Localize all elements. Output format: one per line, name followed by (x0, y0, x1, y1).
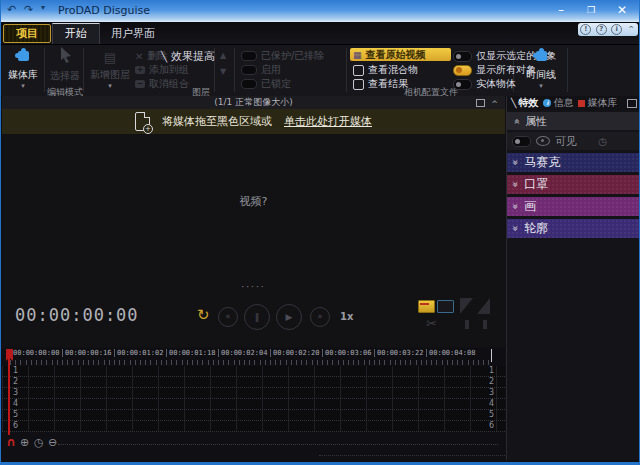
media-library-button[interactable]: 媒体库 ▾ (3, 47, 43, 90)
track-row[interactable]: 2 2 (2, 377, 505, 388)
track-row[interactable]: 6 6 (2, 421, 505, 432)
window-title: ProDAD Disguise (58, 4, 150, 17)
undo-icon[interactable]: ↶ (7, 3, 16, 16)
track-number: 4 (489, 399, 494, 409)
drop-media-bar[interactable]: 将媒体拖至黑色区域或 单击此处打开媒体 (2, 109, 505, 134)
view-original-button[interactable]: ▦ 查看原始视频 (350, 48, 451, 61)
chevron-down-icon: » (510, 203, 521, 209)
time-zoom-icon[interactable]: ◷ (34, 436, 44, 449)
pencil-icon: ╲ (161, 51, 167, 62)
checkbox-icon (353, 79, 364, 90)
panel-tab-info[interactable]: i 信息 (543, 96, 573, 110)
split-clip-icon[interactable]: ✂ (426, 316, 437, 331)
video-placeholder-text: 视频? (2, 194, 505, 209)
playback-speed-label[interactable]: 1x (340, 311, 353, 322)
protected-checkbox[interactable]: 已保护/已排除 (241, 49, 324, 63)
tab-home-active[interactable]: 开始 (52, 23, 100, 44)
play-button[interactable]: ▶ (276, 304, 302, 330)
clip-in-marker-icon[interactable] (418, 300, 435, 313)
timeline-button[interactable]: 时间线 ▾ (517, 47, 565, 90)
app-window: ↶ ↷ ▾ ProDAD Disguise – ❒ ✕ 项目 开始 用户界面 !… (0, 0, 640, 465)
puzzle-icon (534, 48, 549, 62)
panel-tab-media[interactable]: 媒体库 (578, 96, 617, 110)
visible-toggle[interactable] (512, 136, 531, 147)
add-to-group-button[interactable]: + 添加到组 (135, 63, 189, 77)
track-row[interactable]: 3 3 (2, 388, 505, 399)
snap-magnet-icon[interactable]: ∩ (6, 435, 16, 449)
add-layer-button[interactable]: ▤ 新增图层 ▾ (86, 47, 134, 90)
info-icon: i (543, 99, 551, 107)
open-media-link[interactable]: 单击此处打开媒体 (284, 114, 372, 129)
chevron-down-icon: » (510, 181, 521, 187)
collapse-ribbon-icon[interactable]: ^ (627, 25, 636, 34)
ribbon-utility-icons: ! ? i ^ (578, 23, 638, 36)
properties-header[interactable]: » 属性 (507, 112, 640, 130)
selector-button[interactable]: 选择器 (46, 47, 84, 83)
effect-boost-label: 效果提高 (171, 49, 215, 64)
next-frame-button[interactable]: » (310, 307, 330, 327)
quick-access-caret-icon[interactable]: ▾ (41, 3, 45, 12)
section-label: 马赛克 (524, 154, 560, 171)
view-blend-label: 查看混合物 (368, 63, 418, 77)
solid-objects-label: 实体物体 (476, 77, 516, 91)
trim-left-icon[interactable] (460, 298, 473, 314)
track-row[interactable]: 4 4 (2, 399, 505, 410)
minimize-button[interactable]: – (546, 2, 576, 18)
detach-window-icon[interactable] (476, 99, 485, 107)
previous-frame-button[interactable]: « (218, 307, 238, 327)
ribbon: 媒体库 ▾ 选择器 编辑模式 ▤ 新增图层 ▾ ✕ 删除 + 添加到组 − 取消… (1, 44, 640, 97)
section-outline[interactable]: » 轮廓 (507, 219, 640, 238)
selector-label: 选择器 (46, 69, 84, 83)
section-mosaic[interactable]: » 马赛克 (507, 153, 640, 172)
enabled-checkbox[interactable]: 启用 (241, 63, 281, 77)
keyframe-clock-icon[interactable]: ◷ (598, 136, 607, 147)
effects-tab-label: 特效 (518, 96, 538, 110)
redo-icon[interactable]: ↷ (24, 3, 33, 16)
timeline-tracks[interactable]: 1 1 2 2 3 3 4 4 5 5 6 6 (2, 366, 505, 432)
pin-icon[interactable]: ! (580, 24, 591, 35)
locked-checkbox[interactable]: 已锁定 (241, 77, 291, 91)
playhead-line[interactable] (8, 349, 10, 435)
move-down-icon[interactable]: ▼ (220, 67, 226, 76)
detach-panel-icon[interactable] (627, 99, 637, 108)
divider-dots[interactable]: ····· (2, 282, 505, 292)
tab-user-interface[interactable]: 用户界面 (101, 25, 165, 42)
track-number: 3 (489, 388, 494, 398)
ruler-tick: 00:00:02:04 (218, 349, 270, 357)
track-row[interactable]: 1 1 (2, 366, 505, 377)
close-button[interactable]: ✕ (607, 2, 637, 18)
pause-button[interactable]: ‖ (244, 304, 270, 330)
loop-playback-icon[interactable]: ↺ (197, 306, 210, 324)
panel-tab-effects[interactable]: ╲ 特效 (511, 96, 538, 110)
zoom-in-icon[interactable]: ⊕ (20, 436, 29, 449)
track-number: 4 (13, 399, 18, 409)
view-blend-checkbox[interactable]: 查看混合物 (353, 63, 418, 77)
timeline-ruler[interactable]: 00:00:00:00 00:00:00:16 00:00:01:02 00:0… (2, 348, 505, 366)
effect-boost-button[interactable]: ╲ 效果提高 (161, 49, 215, 64)
group-separator (234, 48, 235, 92)
timecode-display: 00:00:00:00 (15, 305, 139, 325)
clip-out-marker-icon[interactable] (437, 300, 454, 313)
help-icon[interactable]: ? (596, 24, 607, 35)
add-layer-label: 新增图层 (86, 68, 134, 82)
track-number: 5 (13, 410, 18, 420)
delete-icon: ✕ (135, 51, 143, 62)
add-to-group-label: 添加到组 (149, 63, 189, 77)
tab-project[interactable]: 项目 (3, 24, 51, 43)
move-up-icon[interactable]: ▲ (220, 51, 226, 60)
chevron-down-icon: ▾ (517, 82, 565, 90)
maximize-button[interactable]: ❒ (576, 2, 606, 18)
trim-right-icon[interactable] (477, 298, 490, 314)
panel-tab-bar: ╲ 特效 i 信息 媒体库 (507, 96, 640, 110)
preview-canvas[interactable]: 视频? ····· (2, 134, 505, 294)
section-mask[interactable]: » 口罩 (507, 175, 640, 194)
info-icon[interactable]: i (611, 24, 622, 35)
toggle-on-icon (453, 65, 472, 76)
section-paint[interactable]: » 画 (507, 197, 640, 216)
properties-label: 属性 (525, 114, 547, 129)
zoom-out-icon[interactable]: ⊖ (48, 436, 57, 449)
view-original-label: 查看原始视频 (366, 48, 426, 62)
track-row[interactable]: 5 5 (2, 410, 505, 421)
remove-icon: − (135, 80, 145, 88)
checkbox-icon (353, 65, 364, 76)
